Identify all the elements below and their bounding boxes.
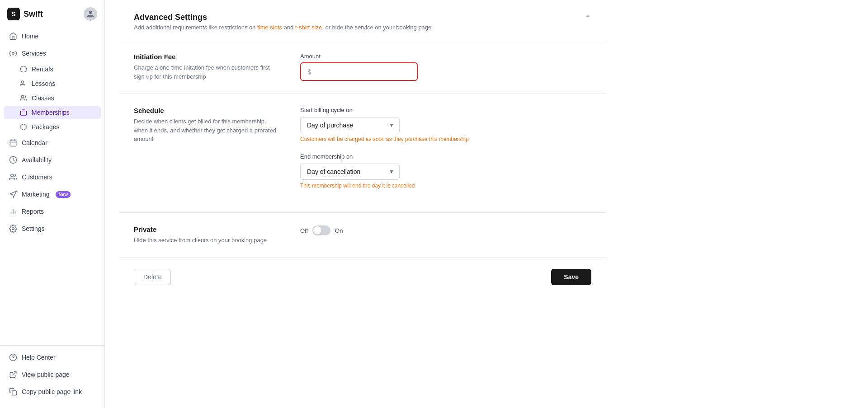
svg-point-15 [12, 228, 14, 230]
sidebar-item-view-public-page[interactable]: View public page [4, 366, 101, 383]
svg-rect-19 [12, 391, 17, 395]
sidebar-sub-rentals-label: Rentals [32, 66, 53, 73]
start-billing-select[interactable]: Day of purchase Specific day of month [300, 117, 400, 133]
sidebar-item-help-center[interactable]: Help Center [4, 349, 101, 366]
initiation-fee-title: Initiation Fee [134, 53, 278, 61]
schedule-desc: Decide when clients get billed for this … [134, 117, 278, 144]
view-public-page-label: View public page [22, 371, 70, 378]
end-membership-hint: This membership will end the day it is c… [300, 183, 591, 189]
sidebar-sub-memberships-label: Memberships [32, 109, 70, 116]
sidebar-item-memberships[interactable]: Memberships [4, 106, 101, 119]
sidebar-item-calendar-label: Calendar [22, 139, 47, 146]
svg-point-10 [11, 174, 14, 177]
sidebar-item-marketing[interactable]: Marketing New [4, 186, 101, 202]
start-billing-field: Start billing cycle on Day of purchase S… [300, 107, 591, 142]
help-center-label: Help Center [22, 354, 56, 361]
start-billing-label: Start billing cycle on [300, 107, 591, 113]
svg-point-1 [20, 66, 26, 72]
sidebar-item-lessons[interactable]: Lessons [4, 77, 101, 90]
sidebar-item-home[interactable]: Home [4, 28, 101, 44]
svg-point-3 [21, 95, 24, 98]
sidebar-item-home-label: Home [22, 33, 38, 40]
highlight-time-slots: time slots [257, 24, 282, 31]
private-toggle[interactable] [312, 225, 330, 235]
collapse-chevron-icon[interactable]: ⌃ [585, 14, 591, 23]
sidebar-item-services[interactable]: Services [4, 45, 101, 61]
sidebar-item-reports[interactable]: Reports [4, 203, 101, 220]
sidebar-item-marketing-label: Marketing [22, 191, 49, 198]
private-desc: Hide this service from clients on your b… [134, 236, 278, 245]
advanced-settings-subtitle: Add additional requirements like restric… [134, 24, 431, 31]
save-button[interactable]: Save [551, 269, 591, 285]
sidebar-sub-classes-label: Classes [32, 94, 54, 102]
avatar[interactable] [84, 7, 97, 21]
sidebar-item-reports-label: Reports [22, 208, 44, 215]
end-membership-select-wrapper: Day of cancellation End of billing perio… [300, 164, 400, 180]
sidebar-item-services-label: Services [22, 50, 46, 57]
amount-label: Amount [300, 53, 591, 60]
toggle-off-label: Off [300, 227, 308, 234]
end-membership-select[interactable]: Day of cancellation End of billing perio… [300, 164, 400, 180]
sidebar-nav: Home Services Rentals Lessons Classes Me… [0, 24, 104, 345]
sidebar-item-classes[interactable]: Classes [4, 91, 101, 105]
amount-input[interactable] [314, 68, 410, 75]
sidebar-item-rentals[interactable]: Rentals [4, 62, 101, 76]
schedule-title: Schedule [134, 107, 278, 114]
logo: S Swift [7, 8, 43, 20]
initiation-fee-desc: Charge a one-time initation fee when cus… [134, 63, 278, 81]
sidebar-item-customers-label: Customers [22, 174, 52, 181]
highlight-tshirt-size: t-shirt size [295, 24, 322, 31]
delete-button[interactable]: Delete [134, 269, 171, 285]
sidebar-item-availability[interactable]: Availability [4, 152, 101, 168]
svg-point-2 [21, 81, 24, 83]
svg-point-0 [12, 52, 14, 55]
sidebar-item-customers[interactable]: Customers [4, 169, 101, 185]
sidebar-footer: Help Center View public page Copy public… [0, 345, 104, 408]
end-membership-label: End membership on [300, 153, 591, 160]
start-billing-select-wrapper: Day of purchase Specific day of month ▼ [300, 117, 400, 133]
sidebar-sub-lessons-label: Lessons [32, 80, 55, 87]
marketing-new-badge: New [56, 191, 71, 198]
sidebar-item-copy-public-page-link[interactable]: Copy public page link [4, 384, 101, 400]
svg-rect-4 [20, 111, 26, 115]
page-footer: Delete Save [119, 258, 606, 296]
sidebar-item-packages[interactable]: Packages [4, 120, 101, 134]
advanced-settings-title: Advanced Settings [134, 13, 431, 22]
logo-icon: S [7, 8, 20, 20]
toggle-row: Off On [300, 225, 591, 235]
svg-line-18 [13, 371, 16, 375]
copy-public-page-link-label: Copy public page link [22, 388, 82, 395]
private-title: Private [134, 225, 278, 233]
end-membership-field: End membership on Day of cancellation En… [300, 153, 591, 189]
toggle-on-label: On [335, 227, 343, 234]
svg-rect-5 [10, 140, 16, 146]
start-billing-hint: Customers will be charged as soon as the… [300, 136, 591, 142]
app-name: Swift [24, 9, 43, 19]
sidebar: S Swift Home Services Rentals Lessons [0, 0, 105, 408]
main-content: Advanced Settings Add additional require… [105, 0, 868, 408]
sidebar-item-availability-label: Availability [22, 156, 52, 164]
sidebar-item-settings-label: Settings [22, 225, 45, 232]
sidebar-sub-packages-label: Packages [32, 123, 59, 131]
toggle-knob [313, 226, 321, 234]
svg-marker-11 [10, 191, 16, 197]
sidebar-header: S Swift [0, 0, 104, 24]
amount-input-wrapper: $ [300, 62, 418, 81]
sidebar-item-calendar[interactable]: Calendar [4, 135, 101, 151]
dollar-sign-icon: $ [307, 68, 311, 75]
sidebar-item-settings[interactable]: Settings [4, 220, 101, 237]
